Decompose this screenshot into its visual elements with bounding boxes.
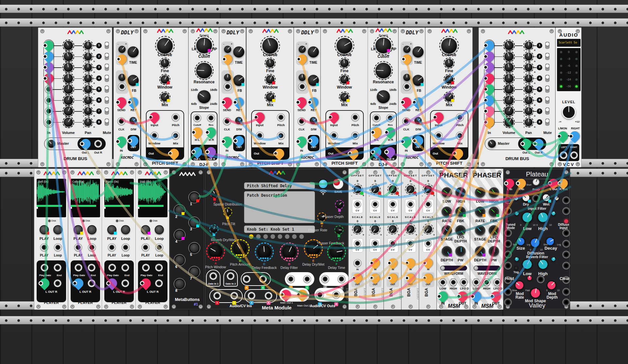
- out-r-jack[interactable]: [121, 279, 129, 287]
- knob-A[interactable]: [209, 244, 222, 258]
- macro-knob-x[interactable]: [336, 201, 343, 208]
- out-jack-5[interactable]: [287, 275, 295, 283]
- cv-jack-right-4[interactable]: [562, 240, 570, 248]
- mod-rate-knob[interactable]: [515, 280, 524, 290]
- slider-handle[interactable]: [441, 266, 445, 270]
- knob-set-dot-active[interactable]: [249, 234, 253, 239]
- in-jack-5[interactable]: [243, 275, 251, 283]
- pan-knob-2[interactable]: [525, 53, 532, 60]
- meta-button-6[interactable]: [175, 255, 184, 265]
- volume-knob-2[interactable]: [64, 52, 73, 61]
- coarse-knob[interactable]: [441, 38, 457, 54]
- out-jack-8[interactable]: [338, 275, 345, 283]
- input-low-cut-knob[interactable]: [521, 211, 533, 223]
- in-jack-1[interactable]: [213, 292, 221, 300]
- clk-jack[interactable]: [298, 117, 305, 125]
- cv-jack-right-2[interactable]: [562, 207, 570, 215]
- ret-jack[interactable]: [306, 95, 320, 109]
- fb-cv-jack[interactable]: [118, 83, 126, 91]
- gate-in-1-jack[interactable]: [209, 272, 217, 280]
- volume-knob-6[interactable]: [504, 96, 514, 105]
- rf-high-cv-attenuator[interactable]: [551, 257, 556, 261]
- knob-set-dot[interactable]: [285, 234, 289, 239]
- play-cv-jack[interactable]: [108, 243, 116, 251]
- end-jack[interactable]: [155, 264, 163, 272]
- master-knob[interactable]: [488, 140, 496, 148]
- meta-button-5[interactable]: [189, 243, 199, 253]
- ret-jack[interactable]: [232, 95, 246, 109]
- pan-knob-5[interactable]: [84, 85, 92, 93]
- cv-jack-right-5[interactable]: [562, 251, 570, 258]
- stage-knob[interactable]: [442, 225, 452, 236]
- offset-cv-jack[interactable]: [389, 201, 396, 208]
- in-jack-6[interactable]: [259, 275, 267, 283]
- knob-D[interactable]: [282, 245, 296, 259]
- window-cv-jack[interactable]: [435, 132, 443, 140]
- cv-jack-left-2[interactable]: [504, 207, 512, 215]
- meta-button-8[interactable]: [175, 279, 184, 289]
- high-out-jack[interactable]: [450, 279, 457, 286]
- pan-knob-1[interactable]: [84, 41, 92, 49]
- reverb-high-cut-knob[interactable]: [537, 259, 549, 270]
- knob-set-dot[interactable]: [270, 234, 275, 239]
- fine-knob[interactable]: [266, 59, 274, 67]
- scale-cv-jack[interactable]: [372, 240, 379, 247]
- pitch-cv-jack[interactable]: [172, 113, 180, 121]
- window-cv-jack[interactable]: [150, 132, 158, 140]
- out-r-jack[interactable]: [88, 279, 96, 287]
- volume-knob-1[interactable]: [504, 41, 514, 50]
- offset-cv-jack[interactable]: [372, 201, 379, 208]
- fine-knob[interactable]: [161, 59, 169, 67]
- dry-cv-attenuator[interactable]: [514, 196, 518, 201]
- window-cv-jack[interactable]: [256, 132, 264, 140]
- time-cv-attenuator[interactable]: [403, 46, 410, 53]
- window-cv-jack[interactable]: [330, 132, 338, 140]
- pan-knob-5[interactable]: [525, 85, 532, 93]
- coarse-knob[interactable]: [157, 38, 173, 54]
- resonance-knob[interactable]: [375, 63, 391, 78]
- volume-knob-8[interactable]: [504, 118, 514, 127]
- fb-cv-jack[interactable]: [224, 83, 232, 91]
- mix-cv-jack[interactable]: [172, 132, 180, 140]
- volume-knob-7[interactable]: [504, 107, 514, 116]
- cutoff-cv-jack[interactable]: [193, 114, 201, 122]
- pan-knob-2[interactable]: [84, 53, 92, 60]
- send-jack[interactable]: [399, 95, 413, 109]
- channel-6-input[interactable]: [45, 96, 53, 104]
- play-gate-jack[interactable]: [142, 264, 150, 272]
- master-knob[interactable]: [47, 140, 55, 148]
- out-jack-7[interactable]: [321, 275, 329, 283]
- mute-toggle-3[interactable]: [545, 64, 550, 71]
- in-jack[interactable]: [114, 135, 128, 148]
- left-out-jack[interactable]: [560, 151, 567, 159]
- fine-knob[interactable]: [340, 59, 349, 67]
- end-jack[interactable]: [54, 264, 61, 272]
- mute-toggle-7[interactable]: [105, 108, 109, 115]
- out-jack-6[interactable]: [303, 275, 311, 283]
- mute-toggle-6[interactable]: [545, 97, 550, 104]
- out-r-jack[interactable]: [54, 279, 61, 287]
- mute-toggle-2[interactable]: [545, 53, 550, 60]
- meta-button-7[interactable]: [189, 267, 199, 277]
- mix-cv-jack[interactable]: [277, 132, 285, 140]
- volume-knob-6[interactable]: [64, 96, 73, 105]
- lfo-d-jack[interactable]: [494, 279, 501, 286]
- resonance-knob[interactable]: [196, 63, 212, 78]
- high-out-jack[interactable]: [483, 279, 490, 286]
- ret-jack[interactable]: [411, 95, 425, 109]
- loop-cv-jack[interactable]: [54, 243, 62, 251]
- pan-knob-4[interactable]: [525, 74, 532, 82]
- mute-toggle-5[interactable]: [105, 86, 109, 93]
- lfo-depth-knob[interactable]: [455, 225, 466, 236]
- save-button[interactable]: [333, 179, 343, 189]
- scale-knob[interactable]: [407, 225, 414, 233]
- end-jack[interactable]: [121, 264, 129, 272]
- cv-jack-right-6[interactable]: [562, 262, 570, 270]
- mute-toggle-5[interactable]: [545, 86, 550, 93]
- mute-toggle-6[interactable]: [105, 97, 109, 104]
- scale-knob[interactable]: [424, 225, 432, 233]
- pan-knob-1[interactable]: [525, 41, 532, 49]
- pw-knob[interactable]: [455, 246, 466, 256]
- volume-knob-5[interactable]: [64, 85, 73, 94]
- in-jack[interactable]: [295, 135, 308, 148]
